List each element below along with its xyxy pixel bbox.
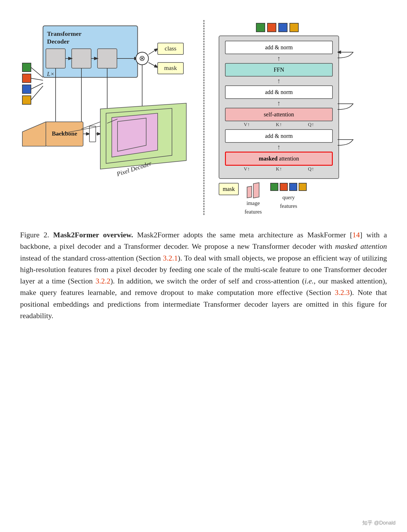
masked-normal: attention	[277, 155, 299, 162]
self-attention-box: self-attention	[225, 108, 333, 121]
pink-rect-1	[247, 186, 252, 198]
right-panel: add & norm ↑ FFN ↑ add & norm ↑ self-att…	[213, 20, 390, 215]
figure-caption: Figure 2. Mask2Former overview. Mask2For…	[17, 229, 390, 322]
vkq-v1: V↑	[244, 122, 250, 128]
query-features-group: query features	[270, 183, 307, 209]
pink-rect-2	[253, 182, 259, 198]
ffn-box: FFN	[225, 63, 333, 77]
caption-text5: ). In addition, we switch the order of s…	[110, 277, 305, 285]
masked-bold: masked	[259, 155, 278, 162]
square-yellow	[289, 23, 299, 32]
masked-attention-box: masked attention	[225, 152, 333, 166]
square-blue	[278, 23, 287, 32]
watermark: 知乎 @Donald	[362, 519, 396, 526]
self-attn-vkq: V↑ K↑ Q↑	[225, 122, 333, 128]
top-query-squares	[256, 23, 299, 32]
add-norm-3: add & norm	[225, 129, 333, 143]
transformer-blocks: add & norm ↑ FFN ↑ add & norm ↑ self-att…	[219, 36, 339, 179]
mask-input-box: mask	[219, 183, 239, 195]
add-norm-top: add & norm	[225, 41, 333, 54]
section-divider	[204, 20, 204, 215]
mask-input-group: mask	[219, 183, 239, 195]
right-curve-arrows	[338, 36, 355, 215]
query-label-1: query	[282, 194, 295, 201]
bottom-inputs: mask image features	[219, 183, 339, 215]
transformer-block-diagram: add & norm ↑ FFN ↑ add & norm ↑ self-att…	[219, 36, 339, 215]
left-panel: Transformer Decoder L× ⊗	[17, 20, 195, 198]
vkq-q2: Q↑	[308, 166, 314, 172]
caption-title: Mask2Former overview.	[53, 231, 133, 239]
qsq-yellow	[299, 183, 307, 191]
qsq-green	[270, 183, 278, 191]
image-label-1: image	[246, 200, 260, 206]
arrow-4: ↑	[225, 143, 333, 151]
qsq-blue	[289, 183, 297, 191]
ie-text: i.e.	[305, 277, 314, 285]
arrow-2: ↑	[225, 77, 333, 85]
caption-text3: instead of the standard cross-attention …	[20, 254, 163, 262]
vkq-q1: Q↑	[308, 122, 314, 128]
qsq-orange	[280, 183, 288, 191]
ref-323: 3.2.3	[335, 288, 350, 297]
ref-14: 14	[352, 231, 360, 239]
caption-text1: Mask2Former adopts the same meta archite…	[137, 231, 352, 239]
ref-322: 3.2.2	[95, 277, 110, 285]
masked-attention-term: masked attention	[335, 242, 387, 251]
query-label-2: features	[280, 203, 297, 209]
vkq-k2: K↑	[276, 166, 282, 172]
vkq-v2: V↑	[244, 166, 250, 172]
masked-attn-vkq: V↑ K↑ Q↑	[225, 166, 333, 172]
image-features-group: image features	[244, 183, 262, 215]
square-green	[256, 23, 265, 32]
figure-diagram: Transformer Decoder L× ⊗	[17, 11, 390, 221]
add-norm-2: add & norm	[225, 85, 333, 99]
vkq-k1: K↑	[276, 122, 282, 128]
ref-321: 3.2.1	[163, 254, 178, 262]
image-label-2: features	[244, 209, 262, 215]
figure-number: Figure 2.	[20, 231, 49, 239]
arrow-3: ↑	[225, 99, 333, 107]
square-orange	[267, 23, 276, 32]
arrow-1: ↑	[225, 55, 333, 62]
